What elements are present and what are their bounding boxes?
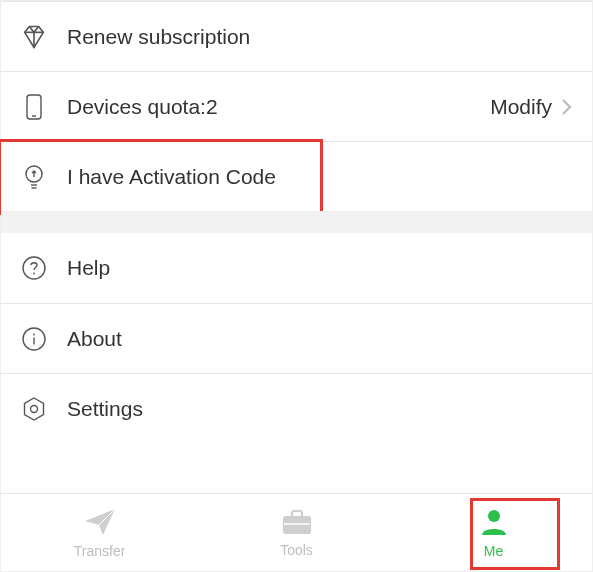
- briefcase-icon: [281, 508, 313, 536]
- help-label: Help: [67, 256, 574, 280]
- settings-row[interactable]: Settings: [1, 373, 592, 443]
- svg-point-11: [31, 405, 38, 412]
- section-gap: [1, 211, 592, 233]
- info-icon: [19, 324, 49, 354]
- tab-me[interactable]: Me: [449, 498, 539, 568]
- svg-marker-10: [25, 398, 44, 420]
- activation-label: I have Activation Code: [67, 165, 302, 189]
- tab-me-label: Me: [484, 543, 503, 559]
- about-label: About: [67, 327, 574, 351]
- tab-tools-label: Tools: [280, 542, 313, 558]
- info-section: Help About Settings: [1, 233, 592, 443]
- settings-label: Settings: [67, 397, 574, 421]
- paper-plane-icon: [83, 507, 117, 537]
- devices-action: Modify: [490, 95, 552, 119]
- devices-quota-row[interactable]: Devices quota:2 Modify: [1, 71, 592, 141]
- me-screen: Renew subscription Devices quota:2 Modif…: [0, 0, 593, 572]
- renew-label: Renew subscription: [67, 25, 574, 49]
- devices-label: Devices quota:2: [67, 95, 490, 119]
- lightbulb-icon: [19, 162, 49, 192]
- tab-tools[interactable]: Tools: [252, 498, 342, 568]
- help-icon: [19, 253, 49, 283]
- diamond-icon: [19, 22, 49, 52]
- activation-highlight: I have Activation Code: [0, 139, 323, 215]
- person-icon: [479, 507, 509, 537]
- tab-transfer-label: Transfer: [74, 543, 126, 559]
- subscription-section: Renew subscription Devices quota:2 Modif…: [1, 1, 592, 211]
- svg-point-15: [488, 510, 500, 522]
- svg-point-6: [33, 273, 35, 275]
- device-icon: [19, 92, 49, 122]
- renew-subscription-row[interactable]: Renew subscription: [1, 1, 592, 71]
- svg-point-8: [33, 333, 35, 335]
- activation-code-row[interactable]: I have Activation Code: [1, 141, 592, 211]
- about-row[interactable]: About: [1, 303, 592, 373]
- tab-transfer[interactable]: Transfer: [55, 498, 145, 568]
- svg-rect-12: [284, 517, 310, 533]
- chevron-right-icon: [560, 96, 574, 118]
- bottom-tab-bar: Transfer Tools Me: [1, 493, 592, 571]
- settings-icon: [19, 394, 49, 424]
- help-row[interactable]: Help: [1, 233, 592, 303]
